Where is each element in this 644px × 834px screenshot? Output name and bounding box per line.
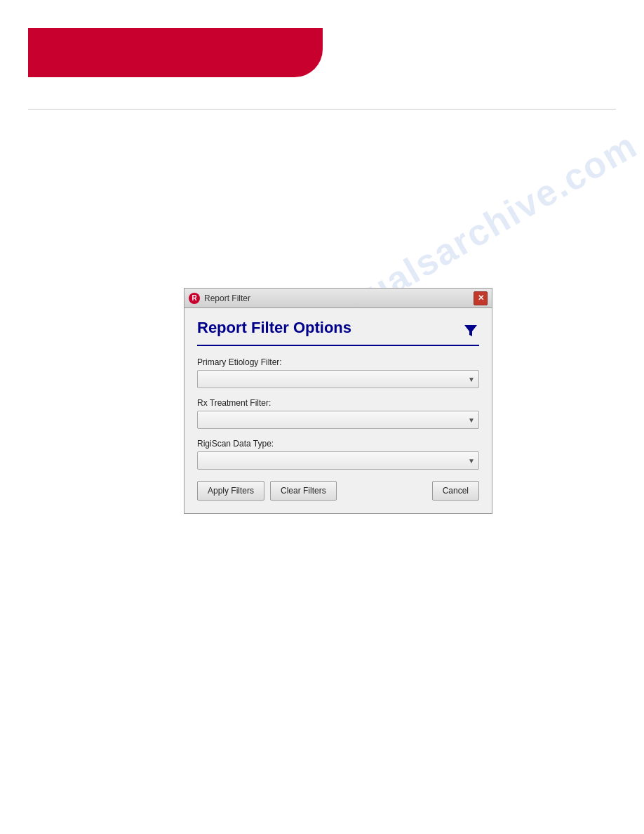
close-button[interactable]: ✕: [474, 291, 488, 305]
apply-filters-button[interactable]: Apply Filters: [197, 481, 264, 501]
dialog-title-bar: R Report Filter ✕: [184, 288, 492, 307]
dialog-title-text: Report Filter: [204, 293, 250, 303]
clear-filters-button[interactable]: Clear Filters: [270, 481, 337, 501]
rigiscan-data-type-label: RigiScan Data Type:: [197, 439, 479, 449]
cancel-button[interactable]: Cancel: [432, 481, 479, 501]
page-divider: [28, 109, 616, 110]
rx-treatment-select[interactable]: [197, 411, 479, 429]
rigiscan-data-type-field-group: RigiScan Data Type: ▼: [197, 439, 479, 470]
dialog-icon: R: [189, 293, 200, 304]
rigiscan-data-type-select[interactable]: [197, 451, 479, 470]
title-bar-left: R Report Filter: [189, 293, 250, 304]
rigiscan-data-type-select-wrapper: ▼: [197, 451, 479, 470]
report-filter-dialog: R Report Filter ✕ Report Filter Options …: [184, 288, 492, 514]
primary-etiology-field-group: Primary Etiology Filter: ▼: [197, 357, 479, 388]
rx-treatment-label: Rx Treatment Filter:: [197, 398, 479, 408]
primary-etiology-select[interactable]: [197, 370, 479, 388]
dialog-header: Report Filter Options: [197, 319, 479, 346]
buttons-row: Apply Filters Clear Filters Cancel: [197, 481, 479, 501]
rx-treatment-field-group: Rx Treatment Filter: ▼: [197, 398, 479, 429]
rx-treatment-select-wrapper: ▼: [197, 411, 479, 429]
filter-icon: [462, 322, 479, 339]
dialog-body: Report Filter Options Primary Etiology F…: [184, 307, 492, 514]
dialog-heading: Report Filter Options: [197, 319, 351, 336]
primary-etiology-select-wrapper: ▼: [197, 370, 479, 388]
header-banner: [28, 28, 323, 77]
primary-etiology-label: Primary Etiology Filter:: [197, 357, 479, 367]
